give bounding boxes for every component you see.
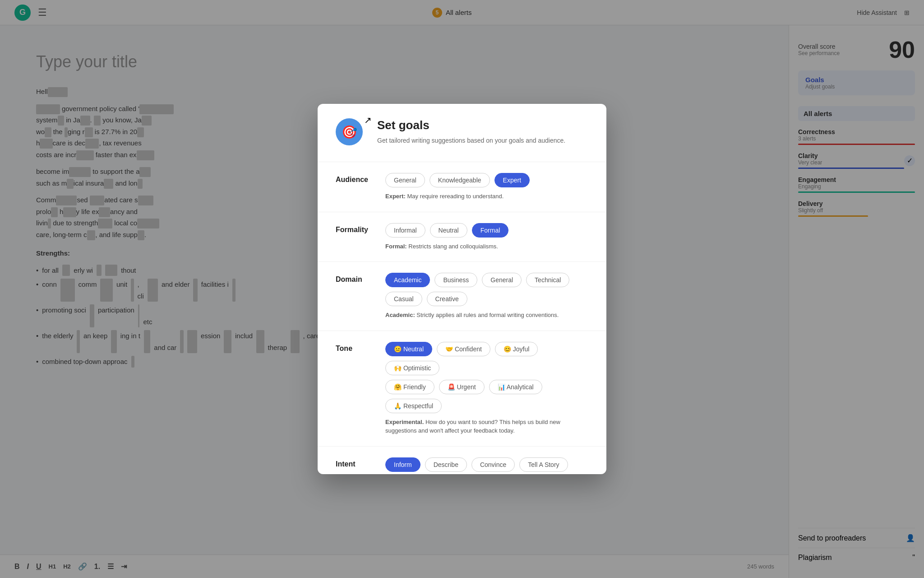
domain-chip-creative[interactable]: Creative: [427, 292, 467, 306]
formality-content: Informal Neutral Formal Formal: Restrict…: [385, 223, 588, 251]
tone-chips-row1: 😐 Neutral 🤝 Confident 😊 Joyful 🙌 Optimis…: [385, 342, 588, 375]
tone-section: Tone 😐 Neutral 🤝 Confident 😊 Joyful 🙌 Op…: [318, 331, 606, 447]
domain-chip-casual[interactable]: Casual: [385, 292, 422, 306]
audience-note: Expert: May require rereading to underst…: [385, 192, 588, 201]
intent-chip-tell-a-story[interactable]: Tell A Story: [519, 457, 568, 472]
modal-body: Audience General Knowledgeable Expert Ex…: [318, 162, 606, 474]
domain-chips: Academic Business General Technical Casu…: [385, 273, 588, 306]
tone-chip-confident[interactable]: 🤝 Confident: [437, 342, 490, 356]
domain-chip-general[interactable]: General: [482, 273, 522, 287]
arrow-icon: ↗: [364, 115, 372, 126]
audience-chip-expert[interactable]: Expert: [494, 173, 530, 187]
domain-section: Domain Academic Business General Technic…: [318, 262, 606, 331]
audience-label: Audience: [336, 173, 385, 184]
domain-content: Academic Business General Technical Casu…: [385, 273, 588, 320]
tone-chip-optimistic[interactable]: 🙌 Optimistic: [385, 361, 439, 375]
tone-chip-neutral[interactable]: 😐 Neutral: [385, 342, 432, 356]
intent-content: Inform Describe Convince Tell A Story Ex…: [385, 457, 588, 475]
formality-chips: Informal Neutral Formal: [385, 223, 588, 238]
modal-header: 🎯 ↗ Set goals Get tailored writing sugge…: [318, 104, 606, 162]
intent-label: Intent: [336, 457, 385, 468]
tone-note: Experimental. How do you want to sound? …: [385, 418, 588, 435]
target-icon-bg: 🎯: [336, 118, 363, 145]
modal-icon: 🎯 ↗: [336, 118, 368, 151]
modal-overlay: 🎯 ↗ Set goals Get tailored writing sugge…: [0, 0, 924, 578]
domain-chip-academic[interactable]: Academic: [385, 273, 430, 287]
formality-label: Formality: [336, 223, 385, 234]
tone-chip-analytical[interactable]: 📊 Analytical: [489, 380, 542, 394]
formality-chip-neutral[interactable]: Neutral: [430, 223, 467, 238]
domain-note: Academic: Strictly applies all rules and…: [385, 311, 588, 320]
domain-label: Domain: [336, 273, 385, 284]
audience-chips: General Knowledgeable Expert: [385, 173, 588, 187]
domain-chip-technical[interactable]: Technical: [526, 273, 569, 287]
formality-chip-formal[interactable]: Formal: [472, 223, 509, 238]
tone-chip-friendly[interactable]: 🤗 Friendly: [385, 380, 434, 394]
intent-chip-inform[interactable]: Inform: [385, 457, 420, 472]
set-goals-modal: 🎯 ↗ Set goals Get tailored writing sugge…: [318, 104, 606, 474]
formality-note: Formal: Restricts slang and colloquialis…: [385, 242, 588, 251]
domain-chip-business[interactable]: Business: [434, 273, 477, 287]
audience-section: Audience General Knowledgeable Expert Ex…: [318, 162, 606, 212]
intent-chip-convince[interactable]: Convince: [471, 457, 515, 472]
modal-title: Set goals: [377, 118, 588, 132]
tone-chip-respectful[interactable]: 🙏 Respectful: [385, 399, 442, 413]
modal-subtitle: Get tailored writing suggestions based o…: [377, 136, 588, 145]
target-icon: 🎯: [342, 125, 357, 140]
audience-chip-knowledgeable[interactable]: Knowledgeable: [430, 173, 490, 187]
formality-section: Formality Informal Neutral Formal Formal…: [318, 212, 606, 262]
audience-content: General Knowledgeable Expert Expert: May…: [385, 173, 588, 201]
tone-content: 😐 Neutral 🤝 Confident 😊 Joyful 🙌 Optimis…: [385, 342, 588, 435]
tone-chip-urgent[interactable]: 🚨 Urgent: [439, 380, 485, 394]
audience-chip-general[interactable]: General: [385, 173, 425, 187]
tone-chips-row2: 🤗 Friendly 🚨 Urgent 📊 Analytical 🙏 Respe…: [385, 380, 588, 413]
formality-chip-informal[interactable]: Informal: [385, 223, 425, 238]
intent-chips: Inform Describe Convince Tell A Story: [385, 457, 588, 472]
intent-chip-describe[interactable]: Describe: [425, 457, 467, 472]
intent-section: Intent Inform Describe Convince Tell A S…: [318, 447, 606, 475]
tone-chip-joyful[interactable]: 😊 Joyful: [495, 342, 538, 356]
modal-title-area: Set goals Get tailored writing suggestio…: [377, 118, 588, 145]
tone-label: Tone: [336, 342, 385, 353]
